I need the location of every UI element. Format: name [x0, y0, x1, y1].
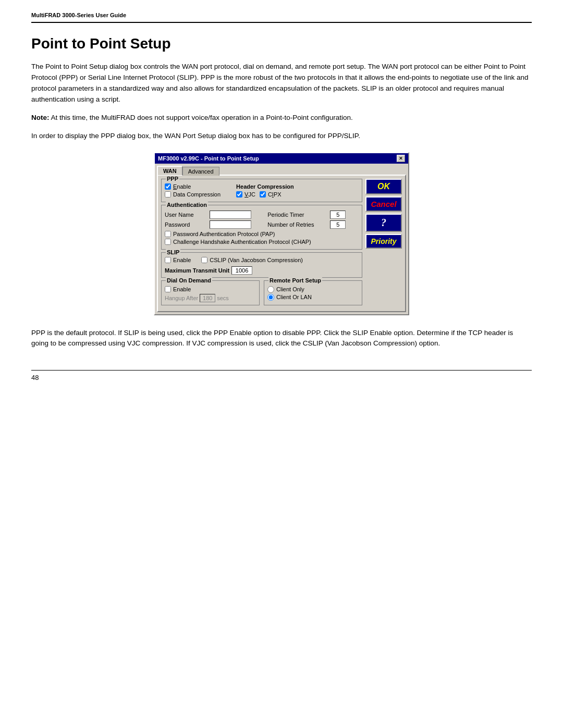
cancel-button[interactable]: Cancel: [365, 196, 402, 212]
chap-label: Challenge Handshake Authentication Proto…: [173, 239, 311, 245]
paragraph-1: The Point to Point Setup dialog box cont…: [31, 61, 532, 105]
help-button[interactable]: ?: [365, 214, 402, 232]
auth-section-label: Authentication: [166, 202, 208, 208]
mtu-label: Maximum Transmit Unit: [165, 267, 229, 274]
client-only-label: Client Only: [276, 286, 304, 292]
password-label: Password: [165, 221, 206, 228]
client-or-lan-row: Client Or LAN: [267, 294, 359, 301]
chap-row: Challenge Handshake Authentication Proto…: [165, 239, 359, 245]
periodic-timer-input[interactable]: [330, 211, 346, 219]
pap-label: Password Authentication Protocol (PAP): [173, 231, 275, 237]
hangup-label: Hangup After: [165, 295, 198, 301]
mtu-input[interactable]: [231, 266, 252, 275]
ok-button[interactable]: OK: [365, 179, 402, 194]
tab-wan[interactable]: WAN: [157, 166, 182, 175]
periodic-timer-label: Periodic Timer: [267, 212, 327, 218]
username-label: User Name: [165, 212, 206, 218]
note-label: Note:: [31, 114, 50, 121]
bottom-row: Dial On Demand Enable Hangup After secs: [161, 280, 362, 308]
ppp-section: PPP Enable Data Compression: [161, 179, 362, 202]
dialog-tabs: WAN Advanced: [155, 164, 408, 175]
dialog-wrapper: MF3000 v2.99C - Point to Point Setup ✕ W…: [31, 152, 532, 315]
username-input[interactable]: [210, 211, 251, 219]
dialog-box: MF3000 v2.99C - Point to Point Setup ✕ W…: [154, 152, 409, 315]
header-bar: MultiFRAD 3000-Series User Guide: [31, 10, 532, 23]
dial-enable-checkbox[interactable]: [165, 286, 171, 292]
pap-checkbox[interactable]: [165, 231, 171, 237]
note-text: At this time, the MultiFRAD does not sup…: [50, 114, 353, 121]
header-label: MultiFRAD 3000-Series User Guide: [31, 12, 126, 18]
slip-enable-row: Enable: [165, 257, 191, 263]
hangup-unit: secs: [217, 295, 229, 301]
ppp-enable-label: Enable: [173, 183, 191, 190]
ppp-enable-row: Enable: [165, 183, 221, 190]
ppp-enable-checkbox[interactable]: [165, 183, 171, 190]
priority-button[interactable]: Priority: [365, 234, 402, 249]
cipx-checkbox[interactable]: [260, 191, 266, 198]
auth-section: Authentication User Name Periodic Timer …: [161, 205, 362, 250]
mtu-row: Maximum Transmit Unit: [165, 266, 359, 275]
dial-section: Dial On Demand Enable Hangup After secs: [161, 280, 260, 305]
remote-section: Remote Port Setup Client Only Client Or …: [264, 280, 362, 305]
client-only-row: Client Only: [267, 286, 359, 293]
remote-section-label: Remote Port Setup: [268, 277, 322, 283]
dial-enable-row: Enable: [165, 286, 256, 292]
cipx-row: CIPX: [260, 191, 282, 198]
ppp-data-compression-checkbox[interactable]: [165, 191, 171, 198]
tab-advanced[interactable]: Advanced: [182, 167, 219, 176]
password-input[interactable]: [210, 220, 251, 229]
page-title: Point to Point Setup: [31, 35, 532, 52]
vjc-row: VJC: [236, 191, 255, 198]
dial-enable-label: Enable: [173, 286, 191, 292]
ppp-data-compression-label: Data Compression: [173, 191, 221, 198]
dialog-title: MF3000 v2.99C - Point to Point Setup: [158, 155, 259, 162]
page-number: 48: [31, 370, 532, 381]
header-compression-checks: VJC CIPX: [236, 191, 294, 199]
dial-section-label: Dial On Demand: [166, 277, 212, 283]
client-or-lan-radio[interactable]: [267, 294, 274, 301]
chap-checkbox[interactable]: [165, 239, 171, 245]
dialog-button-column: OK Cancel ? Priority: [365, 179, 402, 308]
dialog-content: PPP Enable Data Compression: [157, 175, 406, 312]
cslip-label: CSLIP (Van Jacobson Compression): [210, 257, 303, 263]
slip-section: SLIP Enable CSLIP (Van Jacobson Compress…: [161, 252, 362, 278]
slip-section-label: SLIP: [166, 249, 180, 255]
slip-enable-checkbox[interactable]: [165, 257, 171, 263]
pap-row: Password Authentication Protocol (PAP): [165, 231, 359, 237]
cslip-row: CSLIP (Van Jacobson Compression): [201, 257, 303, 263]
client-only-radio[interactable]: [267, 286, 274, 293]
vjc-checkbox[interactable]: [236, 191, 242, 198]
dialog-close-button[interactable]: ✕: [397, 155, 405, 162]
hangup-row: Hangup After secs: [165, 294, 256, 302]
note-paragraph: Note: At this time, the MultiFRAD does n…: [31, 113, 532, 124]
num-retries-label: Number of Retries: [267, 221, 327, 228]
slip-enable-label: Enable: [173, 257, 191, 263]
dialog-titlebar: MF3000 v2.99C - Point to Point Setup ✕: [155, 153, 408, 164]
cslip-checkbox[interactable]: [201, 257, 207, 263]
vjc-label: VJC: [244, 191, 255, 198]
client-or-lan-label: Client Or LAN: [276, 294, 312, 300]
ppp-section-label: PPP: [166, 176, 179, 182]
footer-paragraph: PPP is the default protocol. If SLIP is …: [31, 328, 532, 350]
num-retries-input[interactable]: [330, 220, 346, 229]
header-compression-label: Header Compression: [236, 183, 294, 190]
paragraph-2: In order to display the PPP dialog box, …: [31, 131, 532, 142]
hangup-input[interactable]: [200, 294, 215, 302]
cipx-label: CIPX: [268, 191, 282, 198]
ppp-data-compression-row: Data Compression: [165, 191, 221, 198]
dialog-main-column: PPP Enable Data Compression: [161, 179, 362, 308]
